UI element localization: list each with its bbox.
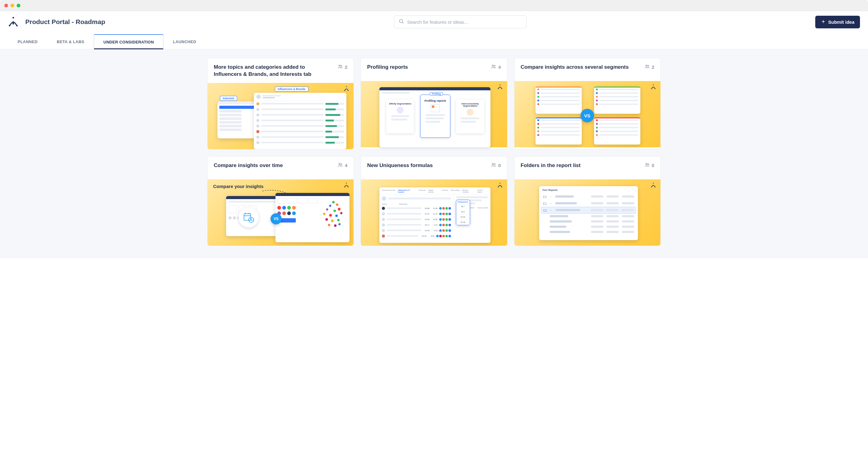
pill-influencers-brands: Influencers & Brands [275,87,308,92]
tab-beta-labs[interactable]: BETA & LABS [47,34,94,49]
svg-point-25 [346,183,347,184]
folder-icon [543,202,547,205]
svg-point-10 [346,86,347,87]
svg-point-18 [646,65,647,67]
svg-line-5 [402,22,403,23]
vote-number: 0 [498,163,501,168]
card-header: Folders in the report list 0 [515,157,660,180]
vs-badge: VS [581,109,594,122]
card-grid: More topics and categories added to Infl… [207,58,661,246]
plus-icon [821,19,826,25]
svg-point-14 [494,65,495,67]
svg-line-36 [251,220,252,221]
idea-card[interactable]: Compare insights across several segments… [514,58,661,150]
page-title: Product Portal - Roadmap [25,18,105,26]
tab-label: UNDER CONSIDERATION [103,40,154,44]
header-bar: Product Portal - Roadmap Submit idea [0,11,868,34]
vote-number: 2 [652,64,654,70]
search-icon [399,19,404,25]
svg-point-38 [494,164,495,165]
svg-point-44 [653,183,654,184]
svg-point-42 [646,163,647,165]
traffic-light-zoom[interactable] [17,4,20,7]
tab-launched[interactable]: LAUNCHED [163,34,206,49]
card-header: Profiling reports 4 [361,58,507,81]
popup-header: Uniqueness [456,200,470,204]
board: More topics and categories added to Infl… [0,49,868,258]
card-preview: Compare your insights [208,180,353,246]
mock-card-title: Affinity Segmentation [389,103,411,105]
uniqueness-popup: Uniqueness 98.7 96.2 94.53 94.38 [456,200,470,225]
mock-panel-header: Your Reports [539,186,638,193]
chevron-down-icon [550,209,553,212]
tab-under-consideration[interactable]: UNDER CONSIDERATION [94,34,163,49]
users-icon [337,162,343,169]
mock-window [254,93,346,149]
mock-card: Affinity Segmentation [386,100,414,133]
card-header: Compare insights over time 4 [208,157,353,180]
idea-card[interactable]: Folders in the report list 0 Your Report… [514,156,661,246]
users-icon [337,64,343,70]
users-icon [491,64,496,70]
folder-icon [543,195,547,198]
search-wrap [112,15,808,28]
popup-value: 94.53 [456,215,470,220]
users-icon [644,64,650,70]
users-icon [491,162,496,169]
tab-label: BETA & LABS [57,39,84,44]
traffic-light-close[interactable] [4,4,8,7]
svg-point-37 [492,163,494,165]
mock-window [594,118,640,144]
mock-card-title: Interconnectivity Segmentation [458,103,482,107]
vs-badge: VS [271,213,282,224]
vote-count[interactable]: 2 [644,64,654,70]
vote-number: 4 [345,163,347,168]
idea-card[interactable]: Profiling reports 4 Affinity Segmentatio… [361,58,507,150]
brand-mini-icon [651,183,656,189]
tab-label: PLANNED [18,39,38,44]
mock-card-title: Profiling reports [423,99,447,102]
card-title: More topics and categories added to Infl… [214,64,333,78]
svg-rect-30 [244,214,251,220]
chevron-down-icon [550,195,552,198]
vote-number: 4 [498,64,501,70]
preview-headline: Compare your insights [213,184,264,189]
mock-window [535,118,582,144]
svg-point-9 [341,65,342,67]
vote-count[interactable]: 0 [644,162,654,169]
vote-count[interactable]: 0 [491,162,501,169]
tab-label: LAUNCHED [173,39,196,44]
card-header: New Uniqueness formulas 0 [361,157,507,180]
svg-point-13 [492,65,494,67]
svg-point-15 [499,85,500,85]
popup-value: 96.2 [456,209,470,215]
card-title: Folders in the report list [521,162,640,169]
idea-card[interactable]: New Uniqueness formulas 0 Socioeconomics… [361,156,507,246]
vote-count[interactable]: 4 [491,64,501,70]
mock-window: Your Reports [539,186,638,240]
brand-mini-icon [651,84,656,91]
vote-count[interactable]: 4 [337,162,347,169]
card-header: More topics and categories added to Infl… [208,58,353,83]
brand-mini-icon [344,86,349,93]
card-header: Compare insights across several segments… [515,58,660,81]
tab-planned[interactable]: PLANNED [8,34,47,49]
svg-point-20 [653,85,654,85]
svg-point-23 [339,163,340,165]
idea-card[interactable]: Compare insights over time 4 Compare you… [207,156,354,246]
mock-card: Interconnectivity Segmentation [456,100,484,133]
mock-window [594,87,640,114]
svg-point-24 [341,164,342,165]
search-input[interactable] [407,20,522,25]
card-title: Profiling reports [367,64,486,71]
idea-card[interactable]: More topics and categories added to Infl… [207,58,354,150]
svg-rect-3 [12,21,14,24]
vote-count[interactable]: 2 [337,64,347,70]
search-box[interactable] [394,15,527,28]
submit-idea-button[interactable]: Submit idea [815,16,860,28]
card-preview: Affinity Segmentation Profiling Profilin… [361,81,507,147]
svg-point-8 [339,65,340,67]
brand-mini-icon [497,183,503,189]
svg-point-4 [399,20,403,23]
traffic-light-minimize[interactable] [10,4,14,7]
